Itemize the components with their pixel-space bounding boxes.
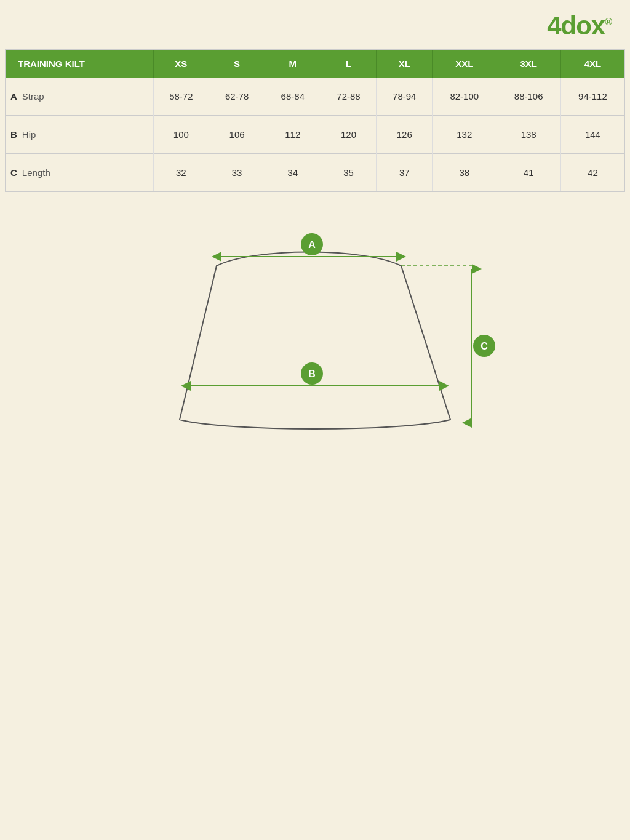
table-row: CLength3233343537384142 — [6, 154, 624, 192]
table-cell: 100 — [153, 116, 209, 154]
row-name: Length — [22, 167, 50, 178]
brand-name: 4dox® — [547, 11, 612, 40]
table-cell: 41 — [496, 154, 560, 192]
table-cell: 112 — [265, 116, 321, 154]
table-cell: 126 — [377, 116, 433, 154]
table-cell: 62-78 — [209, 78, 265, 116]
table-title-header: TRAINING KILT — [6, 50, 153, 78]
col-m: M — [265, 50, 321, 78]
kilt-diagram: A B C — [130, 210, 500, 469]
registered-mark: ® — [605, 17, 612, 27]
table-cell: 72-88 — [321, 78, 377, 116]
col-l: L — [321, 50, 377, 78]
col-4xl: 4XL — [560, 50, 624, 78]
table-row: AStrap58-7262-7868-8472-8878-9482-10088-… — [6, 78, 624, 116]
table-cell: 35 — [321, 154, 377, 192]
label-a: A — [308, 239, 316, 250]
row-id: A — [10, 91, 17, 102]
table-cell: 94-112 — [560, 78, 624, 116]
table-cell: 68-84 — [265, 78, 321, 116]
row-name: Strap — [22, 91, 44, 102]
table-cell: 42 — [560, 154, 624, 192]
row-label-cell: CLength — [6, 154, 153, 192]
table-cell: 58-72 — [153, 78, 209, 116]
col-s: S — [209, 50, 265, 78]
table-cell: 33 — [209, 154, 265, 192]
table-row: BHip100106112120126132138144 — [6, 116, 624, 154]
table-cell: 138 — [496, 116, 560, 154]
col-3xl: 3XL — [496, 50, 560, 78]
table-cell: 78-94 — [377, 78, 433, 116]
table-cell: 106 — [209, 116, 265, 154]
table-cell: 34 — [265, 154, 321, 192]
col-xl: XL — [377, 50, 433, 78]
row-label-cell: AStrap — [6, 78, 153, 116]
col-xxl: XXL — [433, 50, 496, 78]
label-c: C — [480, 341, 488, 351]
table-cell: 32 — [153, 154, 209, 192]
table-cell: 38 — [433, 154, 496, 192]
row-id: C — [10, 167, 17, 178]
table-cell: 120 — [321, 116, 377, 154]
col-xs: XS — [153, 50, 209, 78]
row-name: Hip — [22, 129, 36, 140]
logo: 4dox® — [547, 11, 612, 41]
table-cell: 144 — [560, 116, 624, 154]
label-b: B — [308, 369, 316, 379]
size-table: TRAINING KILT XS S M L XL XXL 3XL 4XL AS… — [5, 49, 625, 192]
row-label-cell: BHip — [6, 116, 153, 154]
table-cell: 37 — [377, 154, 433, 192]
table-cell: 82-100 — [433, 78, 496, 116]
table-cell: 132 — [433, 116, 496, 154]
row-id: B — [10, 129, 17, 140]
table-cell: 88-106 — [496, 78, 560, 116]
